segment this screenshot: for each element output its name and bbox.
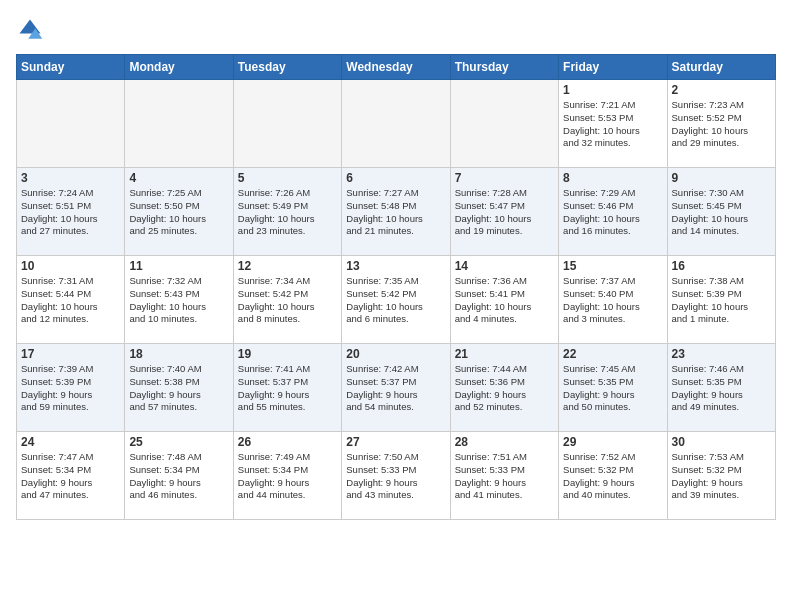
calendar-cell: 4Sunrise: 7:25 AM Sunset: 5:50 PM Daylig… xyxy=(125,168,233,256)
day-info: Sunrise: 7:23 AM Sunset: 5:52 PM Dayligh… xyxy=(672,99,771,150)
weekday-header: Friday xyxy=(559,55,667,80)
calendar-cell: 17Sunrise: 7:39 AM Sunset: 5:39 PM Dayli… xyxy=(17,344,125,432)
header xyxy=(16,16,776,44)
day-info: Sunrise: 7:27 AM Sunset: 5:48 PM Dayligh… xyxy=(346,187,445,238)
day-number: 24 xyxy=(21,435,120,449)
weekday-header: Wednesday xyxy=(342,55,450,80)
calendar-cell: 22Sunrise: 7:45 AM Sunset: 5:35 PM Dayli… xyxy=(559,344,667,432)
day-number: 1 xyxy=(563,83,662,97)
weekday-header: Tuesday xyxy=(233,55,341,80)
day-number: 26 xyxy=(238,435,337,449)
weekday-header: Sunday xyxy=(17,55,125,80)
calendar-cell xyxy=(17,80,125,168)
calendar-cell: 30Sunrise: 7:53 AM Sunset: 5:32 PM Dayli… xyxy=(667,432,775,520)
calendar-cell: 29Sunrise: 7:52 AM Sunset: 5:32 PM Dayli… xyxy=(559,432,667,520)
day-info: Sunrise: 7:50 AM Sunset: 5:33 PM Dayligh… xyxy=(346,451,445,502)
day-number: 16 xyxy=(672,259,771,273)
day-info: Sunrise: 7:29 AM Sunset: 5:46 PM Dayligh… xyxy=(563,187,662,238)
calendar-body: 1Sunrise: 7:21 AM Sunset: 5:53 PM Daylig… xyxy=(17,80,776,520)
weekday-row: SundayMondayTuesdayWednesdayThursdayFrid… xyxy=(17,55,776,80)
page: SundayMondayTuesdayWednesdayThursdayFrid… xyxy=(0,0,792,612)
calendar-week: 24Sunrise: 7:47 AM Sunset: 5:34 PM Dayli… xyxy=(17,432,776,520)
day-info: Sunrise: 7:38 AM Sunset: 5:39 PM Dayligh… xyxy=(672,275,771,326)
day-number: 15 xyxy=(563,259,662,273)
calendar-cell xyxy=(342,80,450,168)
day-info: Sunrise: 7:45 AM Sunset: 5:35 PM Dayligh… xyxy=(563,363,662,414)
weekday-header: Saturday xyxy=(667,55,775,80)
logo xyxy=(16,16,48,44)
calendar-cell: 6Sunrise: 7:27 AM Sunset: 5:48 PM Daylig… xyxy=(342,168,450,256)
day-info: Sunrise: 7:36 AM Sunset: 5:41 PM Dayligh… xyxy=(455,275,554,326)
calendar-cell: 18Sunrise: 7:40 AM Sunset: 5:38 PM Dayli… xyxy=(125,344,233,432)
day-info: Sunrise: 7:48 AM Sunset: 5:34 PM Dayligh… xyxy=(129,451,228,502)
calendar-cell: 27Sunrise: 7:50 AM Sunset: 5:33 PM Dayli… xyxy=(342,432,450,520)
calendar-cell: 11Sunrise: 7:32 AM Sunset: 5:43 PM Dayli… xyxy=(125,256,233,344)
day-number: 27 xyxy=(346,435,445,449)
day-info: Sunrise: 7:21 AM Sunset: 5:53 PM Dayligh… xyxy=(563,99,662,150)
day-number: 7 xyxy=(455,171,554,185)
day-info: Sunrise: 7:24 AM Sunset: 5:51 PM Dayligh… xyxy=(21,187,120,238)
calendar-header: SundayMondayTuesdayWednesdayThursdayFrid… xyxy=(17,55,776,80)
day-number: 12 xyxy=(238,259,337,273)
calendar-cell: 12Sunrise: 7:34 AM Sunset: 5:42 PM Dayli… xyxy=(233,256,341,344)
calendar-cell: 3Sunrise: 7:24 AM Sunset: 5:51 PM Daylig… xyxy=(17,168,125,256)
weekday-header: Monday xyxy=(125,55,233,80)
day-number: 4 xyxy=(129,171,228,185)
calendar-cell: 20Sunrise: 7:42 AM Sunset: 5:37 PM Dayli… xyxy=(342,344,450,432)
calendar: SundayMondayTuesdayWednesdayThursdayFrid… xyxy=(16,54,776,520)
calendar-cell: 19Sunrise: 7:41 AM Sunset: 5:37 PM Dayli… xyxy=(233,344,341,432)
day-info: Sunrise: 7:52 AM Sunset: 5:32 PM Dayligh… xyxy=(563,451,662,502)
day-info: Sunrise: 7:25 AM Sunset: 5:50 PM Dayligh… xyxy=(129,187,228,238)
day-info: Sunrise: 7:49 AM Sunset: 5:34 PM Dayligh… xyxy=(238,451,337,502)
calendar-cell: 26Sunrise: 7:49 AM Sunset: 5:34 PM Dayli… xyxy=(233,432,341,520)
day-number: 20 xyxy=(346,347,445,361)
day-info: Sunrise: 7:42 AM Sunset: 5:37 PM Dayligh… xyxy=(346,363,445,414)
day-number: 6 xyxy=(346,171,445,185)
day-info: Sunrise: 7:37 AM Sunset: 5:40 PM Dayligh… xyxy=(563,275,662,326)
day-info: Sunrise: 7:32 AM Sunset: 5:43 PM Dayligh… xyxy=(129,275,228,326)
day-number: 18 xyxy=(129,347,228,361)
day-number: 8 xyxy=(563,171,662,185)
day-number: 10 xyxy=(21,259,120,273)
calendar-cell: 21Sunrise: 7:44 AM Sunset: 5:36 PM Dayli… xyxy=(450,344,558,432)
day-info: Sunrise: 7:46 AM Sunset: 5:35 PM Dayligh… xyxy=(672,363,771,414)
day-number: 11 xyxy=(129,259,228,273)
day-number: 23 xyxy=(672,347,771,361)
day-info: Sunrise: 7:53 AM Sunset: 5:32 PM Dayligh… xyxy=(672,451,771,502)
day-number: 30 xyxy=(672,435,771,449)
day-info: Sunrise: 7:34 AM Sunset: 5:42 PM Dayligh… xyxy=(238,275,337,326)
calendar-cell: 14Sunrise: 7:36 AM Sunset: 5:41 PM Dayli… xyxy=(450,256,558,344)
day-number: 5 xyxy=(238,171,337,185)
day-number: 14 xyxy=(455,259,554,273)
day-number: 29 xyxy=(563,435,662,449)
day-number: 25 xyxy=(129,435,228,449)
calendar-cell: 9Sunrise: 7:30 AM Sunset: 5:45 PM Daylig… xyxy=(667,168,775,256)
day-info: Sunrise: 7:35 AM Sunset: 5:42 PM Dayligh… xyxy=(346,275,445,326)
calendar-cell: 28Sunrise: 7:51 AM Sunset: 5:33 PM Dayli… xyxy=(450,432,558,520)
day-info: Sunrise: 7:39 AM Sunset: 5:39 PM Dayligh… xyxy=(21,363,120,414)
calendar-cell: 5Sunrise: 7:26 AM Sunset: 5:49 PM Daylig… xyxy=(233,168,341,256)
logo-icon xyxy=(16,16,44,44)
day-info: Sunrise: 7:28 AM Sunset: 5:47 PM Dayligh… xyxy=(455,187,554,238)
calendar-week: 1Sunrise: 7:21 AM Sunset: 5:53 PM Daylig… xyxy=(17,80,776,168)
day-number: 17 xyxy=(21,347,120,361)
calendar-week: 3Sunrise: 7:24 AM Sunset: 5:51 PM Daylig… xyxy=(17,168,776,256)
day-info: Sunrise: 7:51 AM Sunset: 5:33 PM Dayligh… xyxy=(455,451,554,502)
day-info: Sunrise: 7:26 AM Sunset: 5:49 PM Dayligh… xyxy=(238,187,337,238)
calendar-cell xyxy=(125,80,233,168)
calendar-cell: 15Sunrise: 7:37 AM Sunset: 5:40 PM Dayli… xyxy=(559,256,667,344)
day-info: Sunrise: 7:44 AM Sunset: 5:36 PM Dayligh… xyxy=(455,363,554,414)
calendar-cell xyxy=(450,80,558,168)
calendar-cell: 24Sunrise: 7:47 AM Sunset: 5:34 PM Dayli… xyxy=(17,432,125,520)
calendar-cell: 13Sunrise: 7:35 AM Sunset: 5:42 PM Dayli… xyxy=(342,256,450,344)
calendar-cell: 16Sunrise: 7:38 AM Sunset: 5:39 PM Dayli… xyxy=(667,256,775,344)
calendar-cell: 2Sunrise: 7:23 AM Sunset: 5:52 PM Daylig… xyxy=(667,80,775,168)
day-info: Sunrise: 7:30 AM Sunset: 5:45 PM Dayligh… xyxy=(672,187,771,238)
calendar-cell: 23Sunrise: 7:46 AM Sunset: 5:35 PM Dayli… xyxy=(667,344,775,432)
day-number: 2 xyxy=(672,83,771,97)
day-number: 21 xyxy=(455,347,554,361)
calendar-week: 17Sunrise: 7:39 AM Sunset: 5:39 PM Dayli… xyxy=(17,344,776,432)
day-number: 13 xyxy=(346,259,445,273)
day-number: 28 xyxy=(455,435,554,449)
calendar-cell: 10Sunrise: 7:31 AM Sunset: 5:44 PM Dayli… xyxy=(17,256,125,344)
